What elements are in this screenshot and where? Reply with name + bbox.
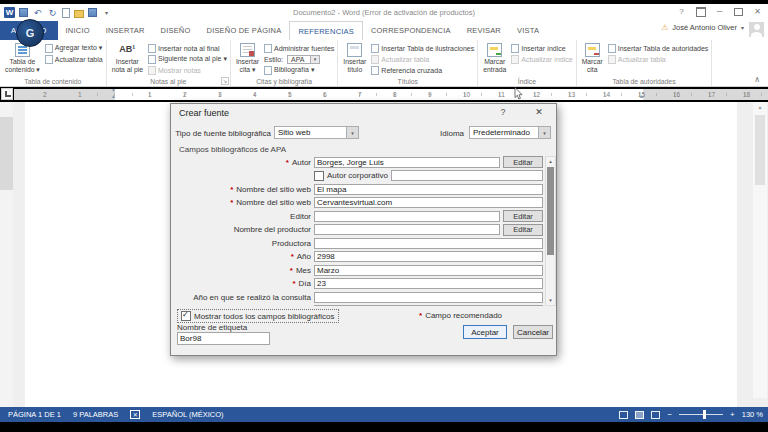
document-icon	[148, 55, 156, 64]
language-indicator[interactable]: ESPAÑOL (MÉXICO)	[152, 410, 223, 419]
insertar-cita-button[interactable]: Insertarcita ▾	[234, 42, 261, 76]
estilo-combo[interactable]: APA▾	[287, 55, 320, 64]
field-row-nombre-del-sitio-web-3: *Nombre del sitio webCervantesvirtual.co…	[177, 197, 543, 209]
scroll-up-icon[interactable]: ▴	[546, 157, 555, 166]
mes-en-que-se-realizo-la-consulta-input[interactable]	[314, 305, 543, 306]
close-button[interactable]: ✕	[749, 5, 766, 18]
administrar-fuentes-button[interactable]: Administrar fuentes	[264, 43, 334, 53]
referencia-cruzada-button[interactable]: Referencia cruzada	[371, 65, 474, 75]
ribbon-group-tabla-de-autoridades: MarcarcitaInsertar Tabla de autoridadesA…	[577, 40, 713, 86]
insertar-indice-button[interactable]: Insertar índice	[511, 43, 572, 53]
tab-insertar[interactable]: INSERTAR	[98, 21, 153, 40]
insertar-tabla-de-ilustraciones-button[interactable]: Insertar Tabla de ilustraciones	[371, 43, 474, 53]
word-count[interactable]: 9 PALABRAS	[73, 410, 118, 419]
insertar-tabla-de-autoridades-button[interactable]: Insertar Tabla de autoridades	[608, 43, 709, 53]
cancel-button[interactable]: Cancelar	[513, 325, 553, 339]
nombre-del-productor-edit-button[interactable]: Editar	[503, 224, 543, 236]
ribbon-display-options-button[interactable]	[692, 5, 709, 18]
siguiente-nota-al-pie-button[interactable]: Siguiente nota al pie ▾	[148, 54, 227, 64]
ribbon-group-label: Citas y bibliografía	[231, 78, 337, 85]
tab-inicio[interactable]: INICIO	[58, 21, 98, 40]
chevron-down-icon[interactable]: ▾	[311, 55, 320, 64]
avatar[interactable]	[749, 22, 764, 37]
zoom-slider[interactable]	[679, 410, 723, 419]
page-indicator[interactable]: PÁGINA 1 DE 1	[8, 410, 61, 419]
tag-name-input[interactable]: Bor98	[177, 332, 270, 345]
nombre-del-sitio-web-input[interactable]: El mapa	[314, 184, 543, 195]
proofing-status-icon[interactable]: ✕	[130, 410, 140, 419]
language-dropdown[interactable]: Predeterminado ▾	[469, 126, 551, 139]
dialog-close-button[interactable]: ✕	[528, 107, 550, 121]
agregar-texto-button[interactable]: Agregar texto ▾	[45, 43, 103, 53]
actualizar-tabla-button[interactable]: Actualizar tabla	[45, 54, 103, 64]
tab-diseno[interactable]: DISEÑO	[153, 21, 199, 40]
editor-edit-button[interactable]: Editar	[503, 210, 543, 222]
document-icon	[371, 44, 379, 53]
chevron-down-icon[interactable]: ▾	[538, 127, 550, 138]
required-marker: *	[230, 185, 233, 194]
scroll-down-icon[interactable]: ▾	[546, 296, 555, 305]
tab-correspondencia[interactable]: CORRESPONDENCIA	[363, 21, 459, 40]
web-layout-icon[interactable]	[651, 411, 660, 419]
zoom-out-button[interactable]: −	[667, 410, 672, 419]
scrollbar-thumb[interactable]	[547, 167, 554, 255]
nombre-del-productor-input[interactable]	[314, 224, 500, 235]
marcar-cita-button[interactable]: Marcarcita	[580, 42, 605, 76]
autor-corporativo-input[interactable]	[391, 170, 543, 181]
tab-vista[interactable]: VISTA	[509, 21, 547, 40]
create-source-dialog: Crear fuente ? ✕ Tipo de fuente bibliogr…	[170, 103, 557, 356]
editor-input[interactable]	[314, 211, 500, 222]
tab-selector[interactable]	[1, 88, 13, 100]
hanging-indent-marker[interactable]: ▲	[111, 94, 116, 99]
zoom-in-button[interactable]: +	[730, 410, 735, 419]
autor-edit-button[interactable]: Editar	[503, 156, 543, 168]
bibliografia-button[interactable]: Bibliografía ▾	[264, 65, 334, 75]
dialog-scrollbar[interactable]: ▴ ▾	[545, 156, 556, 306]
account-info[interactable]: ⚠ José Antonio Oliver ▾	[661, 23, 744, 32]
source-type-dropdown[interactable]: Sitio web ▾	[274, 126, 359, 139]
minimize-button[interactable]: ─	[711, 5, 728, 18]
productora-input[interactable]	[314, 238, 543, 249]
collapse-ribbon-icon[interactable]: ∧	[754, 75, 760, 84]
right-indent-marker[interactable]: ▲	[639, 94, 644, 99]
marcar-entrada-button[interactable]: Marcarentrada	[481, 42, 508, 76]
dialog-help-button[interactable]: ?	[494, 107, 512, 121]
field-row-mes-en-que-se-realizo-la-consulta-11: Mes en que se realizó la consulta	[177, 305, 543, 307]
checkbox-checked[interactable]: ✓	[181, 311, 191, 321]
ruler-number: 10	[463, 91, 470, 98]
nombre-del-sitio-web-input[interactable]: Cervantesvirtual.com	[314, 197, 543, 208]
ruler-page-band	[115, 89, 643, 100]
autor-input[interactable]: Borges, Jorge Luis	[314, 157, 500, 168]
tab-referencias[interactable]: REFERENCIAS	[289, 21, 363, 40]
help-button[interactable]: ?	[673, 5, 690, 18]
accept-button[interactable]: Aceptar	[463, 325, 507, 339]
field-row-ano-en-que-se-realizo-la-consulta-10: Año en que se realizó la consulta	[177, 291, 543, 303]
ruler-number: 4	[253, 91, 257, 98]
document-scrollbar[interactable]: ▴	[753, 102, 767, 398]
zoom-level[interactable]: 130 %	[742, 410, 763, 419]
chevron-down-icon[interactable]: ▾	[346, 127, 358, 138]
warning-icon: ⚠	[661, 23, 668, 32]
tab-revisar[interactable]: REVISAR	[459, 21, 509, 40]
insertar-nota-al-pie-button[interactable]: AB¹Insertarnota al pie	[110, 42, 145, 76]
dialog-launcher-icon[interactable]: ↘	[221, 77, 229, 85]
tab-diseno-de-pagina[interactable]: DISEÑO DE PÁGINA	[199, 21, 290, 40]
restore-button[interactable]	[730, 5, 747, 18]
mes-input[interactable]: Marzo	[314, 265, 543, 276]
scroll-up-icon[interactable]: ▴	[753, 102, 767, 112]
insertar-titulo-button[interactable]: Insertartítulo	[341, 42, 368, 76]
print-layout-icon[interactable]	[635, 411, 644, 419]
zoom-slider-thumb[interactable]	[703, 410, 706, 419]
field-label: *Nombre del sitio web	[177, 185, 311, 194]
autor-corporativo-checkbox[interactable]	[314, 171, 324, 181]
tabla-de-contenido-button[interactable]: Tabla decontenido ▾	[3, 42, 42, 76]
read-mode-icon[interactable]	[619, 411, 628, 419]
document-icon	[45, 55, 53, 64]
dia-input[interactable]: 23	[314, 278, 543, 289]
ano-en-que-se-realizo-la-consulta-input[interactable]	[314, 292, 543, 303]
required-marker: *	[290, 266, 293, 275]
show-all-fields-checkbox[interactable]: ✓ Mostrar todos los campos bibliográfico…	[177, 309, 339, 323]
estilo-button[interactable]: Estilo:APA▾	[264, 54, 334, 64]
ano-input[interactable]: 2998	[314, 251, 543, 262]
insertar-nota-al-final-button[interactable]: Insertar nota al final	[148, 43, 227, 53]
